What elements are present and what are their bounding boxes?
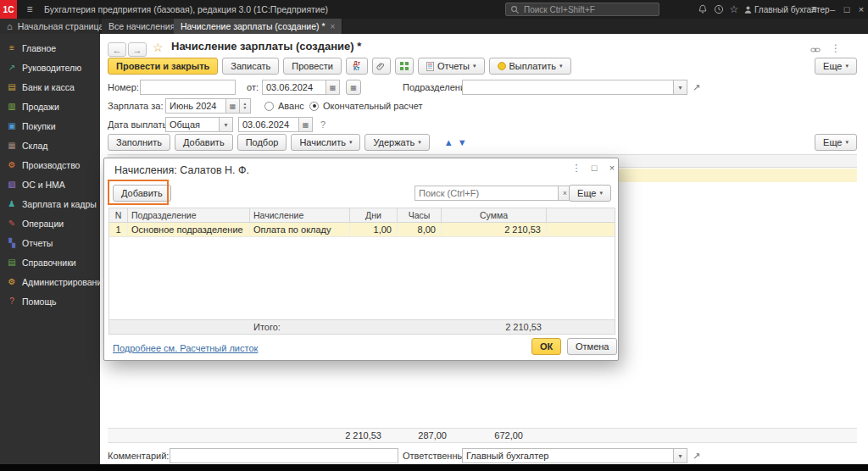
column-hours[interactable]: Часы — [398, 208, 442, 222]
column-accrual[interactable]: Начисление — [250, 208, 350, 222]
close-button[interactable]: × — [854, 0, 868, 19]
tab-nachislenie-zarplaty[interactable]: Начисление зарплаты (создание) * × — [174, 19, 342, 34]
table-more-button[interactable]: Еще▾ — [815, 134, 857, 151]
tab-label: Все начисления — [108, 21, 175, 31]
window-title: Бухгалтерия предприятия (базовая), редак… — [44, 0, 328, 19]
maximize-button[interactable]: □ — [840, 0, 854, 19]
row-hours[interactable]: 8,00 — [398, 223, 442, 236]
row-division[interactable]: Основное подразделение — [128, 223, 250, 236]
post-and-close-button[interactable]: Провести и закрыть — [108, 58, 218, 75]
home-tab[interactable]: ⌂ Начальная страница — [0, 19, 100, 34]
sidebar-item-rukovoditelyu[interactable]: ↗Руководителю — [0, 58, 100, 77]
accruals-dialog: Начисления: Салатов Н. Ф. ⋮ □ × Добавить… — [103, 158, 619, 361]
sidebar-item-os-nma[interactable]: ▧ОС и НМА — [0, 175, 100, 194]
tab-bar: ⌂ Начальная страница Все начисления × На… — [0, 19, 868, 34]
save-button[interactable]: Записать — [222, 58, 279, 75]
main-menu-icon[interactable]: ≡ — [22, 0, 37, 19]
payslip-link[interactable]: Подробнее см. Расчетный листок — [113, 343, 258, 353]
move-down-button[interactable]: ▼ — [458, 137, 467, 147]
responsible-open-button[interactable]: ↗ — [693, 448, 700, 463]
dialog-more-button[interactable]: Еще▾ — [569, 185, 611, 202]
post-button[interactable]: Провести — [283, 58, 342, 75]
back-button[interactable]: ← — [108, 42, 126, 57]
form-more-button[interactable]: Еще▾ — [815, 58, 857, 75]
pay-date-calendar-button[interactable]: ▦ — [299, 117, 313, 132]
doc-date-calendar-button[interactable]: ▦ — [326, 80, 340, 95]
column-n[interactable]: N — [109, 208, 128, 222]
radio-dot — [264, 102, 274, 111]
notifications-bell-icon[interactable] — [695, 0, 710, 19]
row-accrual[interactable]: Оплата по окладу — [250, 223, 350, 236]
column-days[interactable]: Дни — [350, 208, 398, 222]
radio-final[interactable]: Окончательный расчет — [309, 101, 422, 111]
salary-month-spinner[interactable]: ▴▾ — [240, 98, 251, 114]
number-input[interactable] — [140, 80, 236, 95]
postings-dtkt-button[interactable]: ДтКт — [346, 58, 368, 75]
form-more-icon[interactable]: ⋮ — [831, 42, 841, 54]
sidebar-item-otchety[interactable]: ▚Отчеты — [0, 233, 100, 252]
global-search[interactable]: Поиск Ctrl+Shift+F — [505, 3, 659, 16]
salary-month-calendar-button[interactable]: ▦ — [226, 98, 240, 114]
history-icon[interactable] — [711, 0, 726, 19]
pay-date-mode-select[interactable] — [165, 117, 220, 132]
forward-button[interactable]: → — [128, 42, 147, 57]
copy-link-icon[interactable] — [810, 45, 821, 55]
division-input[interactable] — [462, 80, 674, 95]
help-icon[interactable]: ? — [320, 117, 326, 132]
radio-advance[interactable]: Аванс — [264, 101, 304, 111]
division-dropdown-button[interactable]: ▾ — [674, 80, 687, 95]
sidebar-item-pomoshch[interactable]: ?Помощь — [0, 291, 100, 311]
bank-kassa-icon: ▤ — [7, 82, 17, 91]
dialog-search-input[interactable] — [415, 186, 559, 201]
app-window: 1С ≡ Бухгалтерия предприятия (базовая), … — [0, 0, 868, 471]
sidebar-item-administrirovanie[interactable]: ⚙Администрирование — [0, 272, 100, 291]
favorite-star-icon[interactable]: ☆ — [153, 41, 164, 54]
cancel-button[interactable]: Отмена — [567, 338, 617, 355]
table-row[interactable]: 1 Основное подразделение Оплата по оклад… — [109, 223, 615, 237]
dialog-more-icon[interactable]: ⋮ — [570, 163, 583, 174]
responsible-dropdown-button[interactable]: ▾ — [674, 448, 687, 463]
row-days[interactable]: 1,00 — [350, 223, 398, 236]
row-amount[interactable]: 2 210,53 — [442, 223, 547, 236]
favorites-star-icon[interactable]: ☆ — [727, 0, 741, 19]
pay-date-input[interactable] — [238, 117, 299, 132]
column-amount[interactable]: Сумма — [442, 208, 547, 222]
sidebar-item-zarplata-kadry[interactable]: ♟Зарплата и кадры — [0, 194, 100, 213]
sidebar-item-label: Банк и касса — [22, 82, 75, 92]
tab-close-icon[interactable]: × — [331, 22, 336, 31]
date-grid-icon[interactable]: ▦ — [346, 80, 361, 95]
comment-input[interactable] — [170, 448, 398, 463]
accrue-button[interactable]: Начислить▾ — [291, 134, 360, 151]
attachments-button[interactable] — [372, 58, 391, 75]
sidebar-item-label: Помощь — [22, 296, 57, 307]
sidebar-item-operatsii[interactable]: ✎Операции — [0, 213, 100, 233]
division-open-button[interactable]: ↗ — [693, 80, 700, 95]
doc-date-input[interactable] — [262, 80, 326, 95]
pick-button[interactable]: Подбор — [237, 134, 287, 151]
sklad-icon: ▦ — [7, 141, 17, 150]
salary-for-label: Зарплата за: — [108, 98, 163, 114]
sidebar-item-glavnoe[interactable]: ≡Главное — [0, 38, 100, 58]
column-division[interactable]: Подразделение — [128, 208, 250, 222]
service-menu-icon[interactable]: ≡ — [807, 0, 821, 19]
fill-button[interactable]: Заполнить — [108, 134, 170, 151]
sidebar-item-prodazhi[interactable]: ▥Продажи — [0, 97, 100, 116]
responsible-input[interactable] — [462, 448, 674, 463]
sidebar-item-proizvodstvo[interactable]: ⚙Производство — [0, 155, 100, 175]
pay-button[interactable]: Выплатить▾ — [489, 58, 571, 75]
sidebar-item-sklad[interactable]: ▦Склад — [0, 136, 100, 155]
salary-month-input[interactable] — [165, 98, 226, 114]
move-up-button[interactable]: ▲ — [444, 137, 453, 147]
dialog-maximize-icon[interactable]: □ — [587, 163, 601, 173]
reports-button[interactable]: Отчеты▾ — [418, 58, 485, 75]
sidebar-item-pokupki[interactable]: ▣Покупки — [0, 116, 100, 136]
structure-button[interactable] — [395, 58, 414, 75]
dialog-close-icon[interactable]: × — [605, 163, 619, 173]
ok-button[interactable]: ОК — [531, 338, 561, 355]
withhold-button[interactable]: Удержать▾ — [364, 134, 429, 151]
sidebar-item-spravochniki[interactable]: ▤Справочники — [0, 252, 100, 272]
minimize-button[interactable]: – — [826, 0, 839, 19]
pay-mode-dropdown-button[interactable]: ▾ — [220, 117, 233, 132]
add-button[interactable]: Добавить — [175, 134, 233, 151]
sidebar-item-bank-kassa[interactable]: ▤Банк и касса — [0, 77, 100, 97]
